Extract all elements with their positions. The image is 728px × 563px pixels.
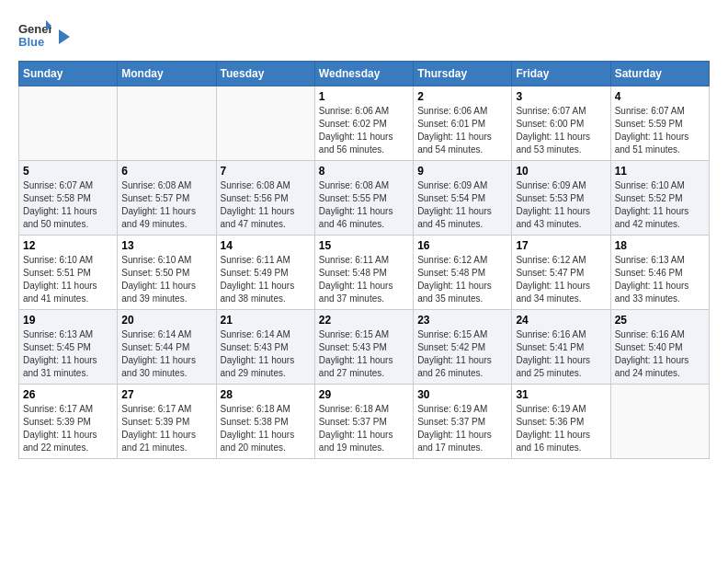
calendar-cell: 15Sunrise: 6:11 AM Sunset: 5:48 PM Dayli… [314, 236, 413, 310]
calendar-cell: 30Sunrise: 6:19 AM Sunset: 5:37 PM Dayli… [414, 385, 512, 459]
calendar-week-row: 12Sunrise: 6:10 AM Sunset: 5:51 PM Dayli… [19, 236, 710, 310]
logo: General Blue [18, 18, 72, 52]
day-info: Sunrise: 6:12 AM Sunset: 5:47 PM Dayligh… [516, 254, 606, 305]
day-number: 27 [121, 388, 211, 401]
calendar-cell: 28Sunrise: 6:18 AM Sunset: 5:38 PM Dayli… [216, 385, 314, 459]
calendar-cell: 31Sunrise: 6:19 AM Sunset: 5:36 PM Dayli… [512, 385, 610, 459]
calendar-cell: 5Sunrise: 6:07 AM Sunset: 5:58 PM Daylig… [19, 161, 118, 236]
day-info: Sunrise: 6:07 AM Sunset: 5:58 PM Dayligh… [23, 179, 113, 231]
calendar-cell: 11Sunrise: 6:10 AM Sunset: 5:52 PM Dayli… [610, 161, 709, 236]
calendar-cell: 14Sunrise: 6:11 AM Sunset: 5:49 PM Dayli… [216, 236, 314, 310]
calendar-table: SundayMondayTuesdayWednesdayThursdayFrid… [18, 61, 710, 459]
day-info: Sunrise: 6:10 AM Sunset: 5:50 PM Dayligh… [121, 254, 211, 305]
column-header-sunday: Sunday [19, 62, 118, 86]
day-info: Sunrise: 6:14 AM Sunset: 5:44 PM Dayligh… [121, 328, 211, 380]
day-number: 24 [516, 314, 606, 327]
svg-marker-4 [59, 29, 70, 44]
day-number: 16 [417, 239, 507, 252]
day-number: 15 [319, 239, 409, 252]
page-header: General Blue [18, 18, 710, 52]
calendar-cell: 22Sunrise: 6:15 AM Sunset: 5:43 PM Dayli… [314, 310, 413, 385]
day-number: 11 [615, 165, 705, 178]
calendar-cell: 7Sunrise: 6:08 AM Sunset: 5:56 PM Daylig… [216, 161, 314, 236]
calendar-cell: 27Sunrise: 6:17 AM Sunset: 5:39 PM Dayli… [118, 385, 216, 459]
column-header-saturday: Saturday [610, 62, 709, 86]
day-number: 6 [121, 165, 211, 178]
day-info: Sunrise: 6:14 AM Sunset: 5:43 PM Dayligh… [221, 328, 311, 380]
day-info: Sunrise: 6:09 AM Sunset: 5:54 PM Dayligh… [417, 179, 507, 231]
day-info: Sunrise: 6:15 AM Sunset: 5:42 PM Dayligh… [417, 328, 507, 380]
day-info: Sunrise: 6:16 AM Sunset: 5:40 PM Dayligh… [615, 328, 705, 380]
day-number: 29 [319, 388, 409, 401]
day-number: 13 [121, 239, 211, 252]
calendar-cell [19, 86, 118, 161]
day-number: 8 [319, 165, 409, 178]
day-number: 4 [615, 90, 705, 103]
day-info: Sunrise: 6:09 AM Sunset: 5:53 PM Dayligh… [516, 179, 606, 231]
day-number: 20 [121, 314, 211, 327]
day-info: Sunrise: 6:19 AM Sunset: 5:37 PM Dayligh… [417, 403, 507, 454]
calendar-cell: 20Sunrise: 6:14 AM Sunset: 5:44 PM Dayli… [118, 310, 216, 385]
day-number: 30 [417, 388, 507, 401]
calendar-cell: 17Sunrise: 6:12 AM Sunset: 5:47 PM Dayli… [512, 236, 610, 310]
day-number: 31 [516, 388, 606, 401]
day-info: Sunrise: 6:12 AM Sunset: 5:48 PM Dayligh… [417, 254, 507, 305]
day-info: Sunrise: 6:18 AM Sunset: 5:37 PM Dayligh… [319, 403, 409, 454]
day-info: Sunrise: 6:15 AM Sunset: 5:43 PM Dayligh… [319, 328, 409, 380]
column-header-wednesday: Wednesday [314, 62, 413, 86]
calendar-week-row: 19Sunrise: 6:13 AM Sunset: 5:45 PM Dayli… [19, 310, 710, 385]
day-info: Sunrise: 6:10 AM Sunset: 5:52 PM Dayligh… [615, 179, 705, 231]
day-number: 7 [221, 165, 311, 178]
day-info: Sunrise: 6:11 AM Sunset: 5:49 PM Dayligh… [221, 254, 311, 305]
calendar-cell: 26Sunrise: 6:17 AM Sunset: 5:39 PM Dayli… [19, 385, 118, 459]
calendar-cell: 29Sunrise: 6:18 AM Sunset: 5:37 PM Dayli… [314, 385, 413, 459]
calendar-cell: 21Sunrise: 6:14 AM Sunset: 5:43 PM Dayli… [216, 310, 314, 385]
calendar-week-row: 5Sunrise: 6:07 AM Sunset: 5:58 PM Daylig… [19, 161, 710, 236]
day-number: 25 [615, 314, 705, 327]
day-number: 23 [417, 314, 507, 327]
day-number: 3 [516, 90, 606, 103]
day-info: Sunrise: 6:07 AM Sunset: 6:00 PM Dayligh… [516, 105, 606, 156]
day-info: Sunrise: 6:19 AM Sunset: 5:36 PM Dayligh… [516, 403, 606, 454]
day-number: 21 [221, 314, 311, 327]
calendar-cell: 2Sunrise: 6:06 AM Sunset: 6:01 PM Daylig… [414, 86, 512, 161]
day-info: Sunrise: 6:10 AM Sunset: 5:51 PM Dayligh… [23, 254, 113, 305]
day-info: Sunrise: 6:07 AM Sunset: 5:59 PM Dayligh… [615, 105, 705, 156]
column-header-friday: Friday [512, 62, 610, 86]
day-info: Sunrise: 6:08 AM Sunset: 5:56 PM Dayligh… [221, 179, 311, 231]
column-header-thursday: Thursday [414, 62, 512, 86]
day-number: 12 [23, 239, 113, 252]
calendar-cell: 13Sunrise: 6:10 AM Sunset: 5:50 PM Dayli… [118, 236, 216, 310]
day-info: Sunrise: 6:06 AM Sunset: 6:01 PM Dayligh… [417, 105, 507, 156]
day-number: 19 [23, 314, 113, 327]
day-info: Sunrise: 6:08 AM Sunset: 5:55 PM Dayligh… [319, 179, 409, 231]
calendar-week-row: 26Sunrise: 6:17 AM Sunset: 5:39 PM Dayli… [19, 385, 710, 459]
calendar-cell: 18Sunrise: 6:13 AM Sunset: 5:46 PM Dayli… [610, 236, 709, 310]
calendar-cell [118, 86, 216, 161]
day-number: 28 [221, 388, 311, 401]
calendar-cell [610, 385, 709, 459]
column-header-monday: Monday [118, 62, 216, 86]
day-number: 9 [417, 165, 507, 178]
day-number: 14 [221, 239, 311, 252]
calendar-cell: 16Sunrise: 6:12 AM Sunset: 5:48 PM Dayli… [414, 236, 512, 310]
day-number: 5 [23, 165, 113, 178]
calendar-cell: 1Sunrise: 6:06 AM Sunset: 6:02 PM Daylig… [314, 86, 413, 161]
day-info: Sunrise: 6:13 AM Sunset: 5:45 PM Dayligh… [23, 328, 113, 380]
calendar-week-row: 1Sunrise: 6:06 AM Sunset: 6:02 PM Daylig… [19, 86, 710, 161]
calendar-cell: 9Sunrise: 6:09 AM Sunset: 5:54 PM Daylig… [414, 161, 512, 236]
day-info: Sunrise: 6:11 AM Sunset: 5:48 PM Dayligh… [319, 254, 409, 305]
calendar-cell: 19Sunrise: 6:13 AM Sunset: 5:45 PM Dayli… [19, 310, 118, 385]
day-number: 1 [319, 90, 409, 103]
calendar-cell [216, 86, 314, 161]
logo-icon: General Blue [18, 18, 51, 52]
day-info: Sunrise: 6:16 AM Sunset: 5:41 PM Dayligh… [516, 328, 606, 380]
calendar-cell: 4Sunrise: 6:07 AM Sunset: 5:59 PM Daylig… [610, 86, 709, 161]
calendar-cell: 3Sunrise: 6:07 AM Sunset: 6:00 PM Daylig… [512, 86, 610, 161]
day-number: 10 [516, 165, 606, 178]
calendar-cell: 6Sunrise: 6:08 AM Sunset: 5:57 PM Daylig… [118, 161, 216, 236]
calendar-header-row: SundayMondayTuesdayWednesdayThursdayFrid… [19, 62, 710, 86]
day-info: Sunrise: 6:08 AM Sunset: 5:57 PM Dayligh… [121, 179, 211, 231]
column-header-tuesday: Tuesday [216, 62, 314, 86]
calendar-cell: 25Sunrise: 6:16 AM Sunset: 5:40 PM Dayli… [610, 310, 709, 385]
